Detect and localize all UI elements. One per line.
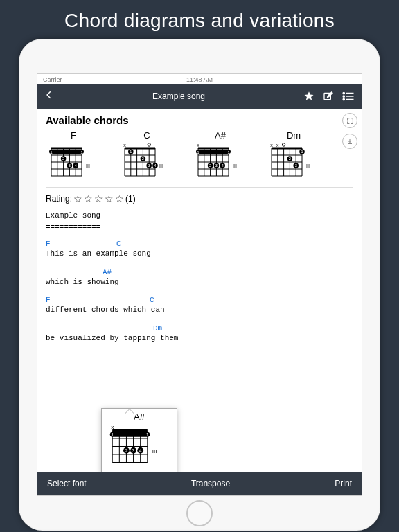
inline-chord[interactable]: F — [46, 238, 51, 250]
lyric-line: which is showing — [46, 276, 353, 288]
inline-chord[interactable]: C — [116, 238, 121, 250]
select-font-button[interactable]: Select font — [47, 479, 87, 488]
transpose-button[interactable]: Transpose — [87, 479, 335, 488]
svg-rect-18 — [49, 150, 84, 154]
svg-point-3 — [343, 96, 344, 97]
bottom-toolbar: Select font Transpose Print — [37, 472, 362, 495]
svg-point-40 — [148, 143, 150, 146]
chord-diagram[interactable]: F11234III — [46, 130, 101, 181]
svg-point-1 — [343, 92, 344, 94]
svg-text:4: 4 — [75, 163, 77, 168]
svg-rect-105 — [110, 432, 150, 437]
chord-diagram[interactable]: Dmxx123III — [266, 130, 321, 181]
download-button[interactable] — [342, 134, 357, 149]
rating-label: Rating: — [46, 194, 72, 204]
chord-diagram[interactable]: A#x11234III — [193, 130, 248, 181]
lyric-line: different chords which can — [46, 304, 353, 316]
svg-text:2: 2 — [209, 163, 211, 168]
svg-text:III: III — [152, 448, 157, 454]
svg-text:1: 1 — [301, 150, 303, 154]
svg-text:2: 2 — [62, 157, 64, 161]
chord-name: Dm — [266, 130, 321, 141]
star-icon[interactable]: ☆ — [84, 193, 93, 204]
chord-diagram[interactable]: Cx1234III — [119, 130, 175, 181]
svg-text:3: 3 — [295, 163, 297, 168]
svg-text:III: III — [159, 163, 163, 168]
inline-chord[interactable]: F — [46, 294, 51, 306]
svg-text:x: x — [270, 143, 273, 148]
app-screen: Carrier 11:48 AM Example song — [37, 73, 362, 496]
chord-name: A# — [193, 130, 248, 141]
svg-text:x: x — [111, 424, 114, 430]
status-time: 11:48 AM — [37, 76, 362, 83]
list-button[interactable] — [342, 91, 355, 101]
svg-point-5 — [343, 98, 344, 100]
print-button[interactable]: Print — [335, 479, 352, 488]
svg-text:3: 3 — [69, 163, 71, 168]
promo-title: Chord diagrams and variations — [0, 0, 399, 39]
svg-text:2: 2 — [289, 157, 291, 161]
svg-text:2: 2 — [142, 157, 144, 161]
svg-text:III: III — [306, 163, 310, 168]
svg-text:3: 3 — [132, 448, 135, 453]
svg-text:1: 1 — [197, 150, 199, 154]
chord-popover[interactable]: A#x11234III — [101, 408, 177, 472]
svg-point-85 — [282, 143, 285, 146]
svg-text:4: 4 — [139, 448, 142, 453]
chord-name: A# — [106, 411, 172, 422]
inline-chord[interactable]: Dm — [153, 323, 162, 335]
rating-row: Rating: ☆ ☆ ☆ ☆ ☆ (1) — [46, 193, 353, 204]
chord-diagram[interactable]: A#x11234III — [106, 411, 172, 469]
home-button[interactable] — [186, 500, 213, 526]
svg-text:2: 2 — [125, 448, 128, 453]
lyric-line: This is an example song — [46, 248, 353, 260]
song-title: Example song — [46, 210, 353, 222]
star-icon[interactable]: ☆ — [105, 193, 114, 204]
svg-text:1: 1 — [130, 150, 132, 154]
svg-text:x: x — [276, 143, 279, 148]
favorite-button[interactable] — [303, 91, 314, 102]
star-icon[interactable]: ☆ — [73, 193, 82, 204]
chord-name: C — [119, 130, 175, 141]
svg-text:III: III — [86, 163, 90, 168]
svg-text:x: x — [197, 143, 200, 148]
svg-text:1: 1 — [111, 432, 114, 437]
page-title: Example song — [54, 91, 303, 101]
svg-text:4: 4 — [222, 163, 224, 168]
back-button[interactable] — [44, 90, 54, 103]
content-area: Available chords F11234III Cx1234III A#x… — [37, 109, 362, 472]
lyric-line: be visualized by tapping them — [46, 332, 353, 344]
svg-text:1: 1 — [50, 150, 52, 154]
inline-chord[interactable]: C — [150, 294, 154, 306]
svg-text:x: x — [123, 143, 126, 148]
chord-grid: F11234III Cx1234III A#x11234III Dmxx123I… — [46, 130, 353, 181]
status-bar: Carrier 11:48 AM — [37, 74, 362, 84]
svg-text:1: 1 — [227, 150, 229, 154]
lyrics: FCThis is an example songA#which is show… — [46, 233, 353, 351]
rating-count: (1) — [125, 194, 136, 204]
expand-button[interactable] — [342, 113, 357, 128]
compose-button[interactable] — [323, 91, 334, 102]
section-title: Available chords — [46, 114, 353, 126]
divider — [46, 187, 353, 188]
svg-text:4: 4 — [154, 163, 156, 168]
svg-text:1: 1 — [146, 432, 149, 437]
svg-text:1: 1 — [80, 150, 82, 154]
svg-text:3: 3 — [148, 163, 150, 168]
star-icon[interactable]: ☆ — [94, 193, 103, 204]
inline-chord[interactable]: A# — [103, 267, 112, 278]
svg-rect-62 — [196, 150, 231, 154]
song-title-underline: ============ — [46, 222, 353, 233]
song-body: Example song ============ FCThis is an e… — [46, 210, 353, 351]
ipad-frame: Carrier 11:48 AM Example song — [19, 39, 380, 531]
chord-name: F — [46, 130, 101, 141]
star-icon[interactable]: ☆ — [115, 193, 124, 204]
svg-text:3: 3 — [215, 163, 218, 168]
nav-bar: Example song — [37, 84, 362, 109]
svg-text:III: III — [233, 163, 237, 168]
